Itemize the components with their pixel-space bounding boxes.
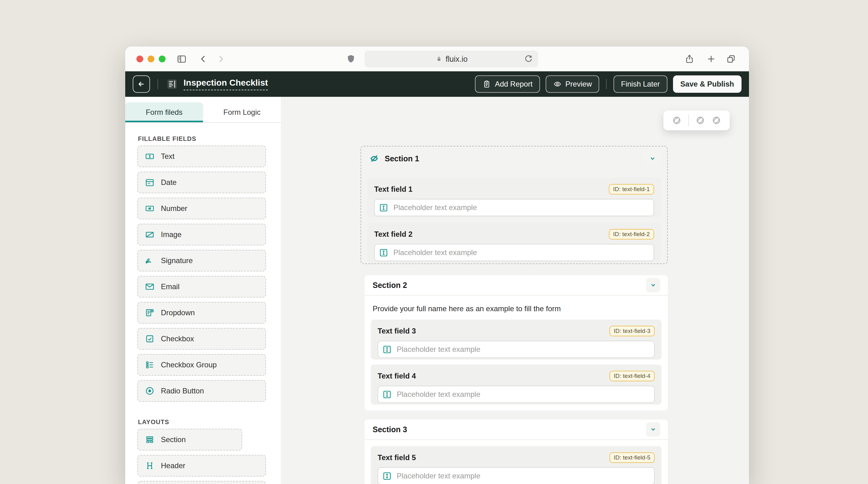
section-title: Section 1 — [385, 154, 419, 163]
reload-icon[interactable] — [523, 54, 534, 64]
field-label: Text field 1 — [374, 185, 413, 194]
share-icon[interactable] — [683, 52, 696, 66]
tab-form-fields[interactable]: Form fileds — [125, 103, 203, 122]
dropdown-field-icon — [145, 308, 155, 318]
palette-item-label: Email — [161, 282, 180, 291]
preview-button[interactable]: Preview — [546, 76, 599, 93]
palette-item-number[interactable]: Number — [137, 198, 266, 219]
text-input-preview[interactable]: Placeholder text example — [374, 199, 654, 216]
date-field-icon — [145, 177, 155, 188]
app-header: Inspection Checklist Add Report Preview … — [125, 72, 749, 97]
image-field-icon — [145, 230, 155, 239]
field-card-text-field-5[interactable]: Text field 5 ID: text-field-5 Placeholde… — [371, 446, 661, 484]
palette-item-label: Number — [161, 204, 187, 213]
palette-item-partial[interactable] — [137, 481, 266, 484]
tab-form-logic[interactable]: Form Logic — [203, 103, 281, 122]
field-card-text-field-4[interactable]: Text field 4 ID: text-field-4 Placeholde… — [371, 365, 661, 405]
form-document-icon — [165, 78, 179, 91]
section-title: Section 3 — [373, 425, 407, 434]
privacy-shield-icon[interactable] — [344, 52, 358, 66]
section-3-header: Section 3 — [365, 420, 668, 439]
toolbar-swirl-icon[interactable] — [695, 116, 705, 125]
palette-item-label: Header — [161, 461, 185, 470]
number-field-icon — [145, 203, 155, 213]
finish-later-label: Finish Later — [621, 80, 660, 88]
text-cursor-box-icon — [379, 248, 389, 257]
traffic-lights — [136, 56, 165, 62]
section-card-2[interactable]: Section 2 Provide your full name here as… — [365, 275, 668, 410]
layouts-heading: LAYOUTS — [138, 419, 269, 426]
save-publish-button[interactable]: Save & Publish — [673, 76, 742, 93]
add-report-label: Add Report — [495, 80, 532, 88]
palette-item-checkbox[interactable]: Checkbox — [137, 328, 266, 350]
form-title[interactable]: Inspection Checklist — [184, 78, 268, 90]
lock-icon — [435, 55, 443, 63]
palette-item-text[interactable]: Text — [137, 145, 266, 167]
placeholder-text: Placeholder text example — [393, 248, 477, 257]
palette-item-label: Date — [161, 178, 177, 187]
palette-item-signature[interactable]: Signature — [137, 250, 266, 272]
field-card-text-field-2[interactable]: Text field 2 ID: text-field-2 Placeholde… — [367, 223, 661, 263]
palette-item-label: Checkbox — [161, 335, 194, 343]
text-cursor-box-icon — [382, 345, 392, 354]
new-tab-icon[interactable] — [704, 52, 718, 66]
section-collapse-button[interactable] — [645, 151, 660, 166]
palette-item-label: Dropdown — [161, 308, 195, 317]
url-text: fluix.io — [446, 55, 468, 64]
palette-item-label: Section — [161, 435, 186, 444]
canvas-floating-toolbar — [663, 110, 730, 130]
forward-nav-icon[interactable] — [214, 52, 227, 66]
field-id-badge: ID: text-field-1 — [609, 184, 654, 195]
text-input-preview[interactable]: Placeholder text example — [374, 244, 654, 261]
finish-later-button[interactable]: Finish Later — [614, 76, 667, 93]
section-collapse-button[interactable] — [646, 278, 660, 292]
field-id-badge: ID: text-field-2 — [609, 229, 654, 239]
text-input-preview[interactable]: Placeholder text example — [378, 386, 655, 403]
tab-overview-icon[interactable] — [724, 52, 738, 66]
email-field-icon — [145, 282, 155, 292]
palette-item-header[interactable]: Header — [137, 455, 266, 477]
field-card-text-field-3[interactable]: Text field 3 ID: text-field-3 Placeholde… — [371, 319, 661, 360]
eye-icon — [553, 80, 562, 88]
placeholder-text: Placeholder text example — [393, 203, 477, 212]
field-label: Text field 5 — [378, 453, 416, 462]
palette-item-date[interactable]: Date — [137, 172, 266, 193]
palette-item-email[interactable]: Email — [137, 276, 266, 297]
minimize-window-button[interactable] — [148, 56, 154, 62]
toolbar-swirl-icon[interactable] — [672, 116, 681, 125]
field-label: Text field 3 — [378, 327, 416, 335]
section-layout-icon — [145, 435, 155, 445]
sidebar-toggle-icon[interactable] — [175, 52, 188, 66]
preview-label: Preview — [565, 80, 592, 88]
zoom-window-button[interactable] — [159, 56, 165, 62]
palette-item-radio-button[interactable]: Radio Button — [137, 380, 266, 402]
placeholder-text: Placeholder text example — [397, 390, 480, 399]
field-card-text-field-1[interactable]: Text field 1 ID: text-field-1 Placeholde… — [367, 178, 661, 218]
text-input-preview[interactable]: Placeholder text example — [378, 467, 655, 484]
address-bar[interactable]: fluix.io — [365, 51, 538, 67]
palette-item-section[interactable]: Section — [137, 429, 242, 451]
section-card-1[interactable]: Section 1 Text field 1 ID: text-field-1 — [361, 146, 668, 264]
text-input-preview[interactable]: Placeholder text example — [378, 341, 655, 358]
chevron-down-icon — [649, 425, 657, 433]
toolbar-swirl-icon[interactable] — [712, 116, 721, 125]
header-divider — [606, 79, 607, 89]
fillable-fields-heading: FILLABLE FIELDS — [138, 135, 269, 142]
back-button[interactable] — [133, 76, 150, 93]
close-window-button[interactable] — [136, 56, 143, 62]
add-report-button[interactable]: Add Report — [475, 76, 540, 93]
palette-item-label: Radio Button — [161, 387, 204, 395]
header-divider — [157, 79, 158, 89]
radio-button-icon — [145, 386, 155, 396]
section-card-3[interactable]: Section 3 Text field 5 ID: text-field-5 — [365, 420, 668, 484]
palette-item-dropdown[interactable]: Dropdown — [137, 302, 266, 323]
text-field-icon — [145, 151, 155, 161]
browser-chrome: fluix.io — [125, 47, 749, 72]
palette-item-image[interactable]: Image — [137, 224, 266, 246]
form-canvas: Section 1 Text field 1 ID: text-field-1 — [281, 97, 749, 484]
back-nav-icon[interactable] — [196, 52, 210, 66]
header-actions: Add Report Preview Finish Later Save & P… — [475, 76, 742, 93]
palette-item-checkbox-group[interactable]: Checkbox Group — [137, 354, 266, 376]
chevron-down-icon — [649, 154, 657, 163]
section-collapse-button[interactable] — [646, 422, 660, 436]
